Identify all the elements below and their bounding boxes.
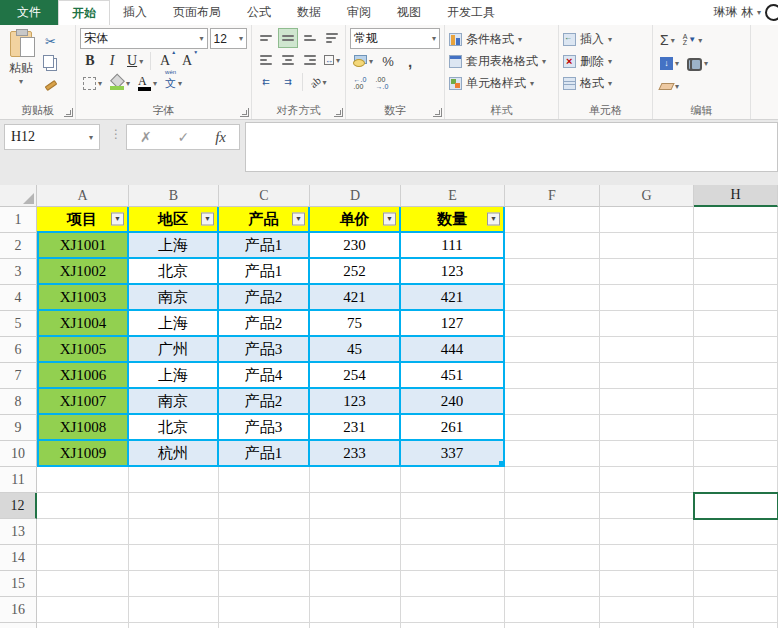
cell-C1[interactable]: 产品▼ (219, 207, 310, 233)
insert-function-icon[interactable]: fx (215, 129, 226, 146)
font-size-select[interactable]: 12 ▾ (210, 28, 247, 49)
row-header-2[interactable]: 2 (0, 233, 37, 259)
align-center-button[interactable] (278, 50, 298, 70)
dialog-launcher-icon[interactable] (433, 108, 442, 117)
column-header-E[interactable]: E (401, 185, 505, 207)
cell-B9[interactable]: 北京 (129, 415, 219, 441)
row-header-11[interactable]: 11 (0, 467, 37, 493)
cell-F1[interactable] (505, 207, 600, 233)
align-right-button[interactable] (300, 50, 320, 70)
cell-E14[interactable] (401, 545, 505, 571)
row-header-7[interactable]: 7 (0, 363, 37, 389)
cell-C16[interactable] (219, 597, 310, 623)
cell-B3[interactable]: 北京 (129, 259, 219, 285)
cell-op-button-3[interactable]: 格式▾ (561, 73, 650, 94)
increase-indent-button[interactable]: ⇉ (278, 72, 298, 92)
filter-dropdown-button[interactable]: ▼ (111, 213, 124, 226)
filter-dropdown-button[interactable]: ▼ (487, 213, 500, 226)
percent-style-button[interactable]: % (378, 51, 398, 71)
cell-D3[interactable]: 252 (310, 259, 401, 285)
cell-H2[interactable] (694, 233, 778, 259)
cell-D5[interactable]: 75 (310, 311, 401, 337)
column-header-H[interactable]: H (694, 185, 778, 207)
cell-C15[interactable] (219, 571, 310, 597)
font-color-button[interactable]: A (135, 73, 160, 93)
cell-B12[interactable] (129, 493, 219, 519)
cell-H6[interactable] (694, 337, 778, 363)
cell-C13[interactable] (219, 519, 310, 545)
borders-button[interactable] (80, 73, 105, 93)
wrap-text-button[interactable] (322, 28, 342, 48)
cell-E1[interactable]: 数量▼ (401, 207, 505, 233)
cell-E17[interactable] (401, 623, 505, 628)
tab-公式[interactable]: 公式 (234, 0, 284, 25)
tab-file[interactable]: 文件 (0, 0, 58, 25)
cell-E16[interactable] (401, 597, 505, 623)
cell-D7[interactable]: 254 (310, 363, 401, 389)
formula-input[interactable] (245, 122, 778, 172)
column-header-G[interactable]: G (600, 185, 694, 207)
cell-D4[interactable]: 421 (310, 285, 401, 311)
cell-A1[interactable]: 项目▼ (37, 207, 129, 233)
cell-H7[interactable] (694, 363, 778, 389)
cell-F7[interactable] (505, 363, 600, 389)
cell-C8[interactable]: 产品2 (219, 389, 310, 415)
cell-D16[interactable] (310, 597, 401, 623)
row-header-14[interactable]: 14 (0, 545, 37, 571)
cell-H10[interactable] (694, 441, 778, 467)
cell-B2[interactable]: 上海 (129, 233, 219, 259)
cell-A5[interactable]: XJ1004 (37, 311, 129, 337)
cell-C12[interactable] (219, 493, 310, 519)
phonetic-button[interactable]: 文 (162, 73, 185, 93)
cell-G3[interactable] (600, 259, 694, 285)
cell-A7[interactable]: XJ1006 (37, 363, 129, 389)
cell-A3[interactable]: XJ1002 (37, 259, 129, 285)
cell-H11[interactable] (694, 467, 778, 493)
cell-G8[interactable] (600, 389, 694, 415)
cell-G4[interactable] (600, 285, 694, 311)
font-name-select[interactable]: 宋体 ▾ (80, 28, 208, 49)
filter-dropdown-button[interactable]: ▼ (292, 213, 305, 226)
cell-G17[interactable] (600, 623, 694, 628)
row-header-17[interactable]: 17 (0, 623, 37, 628)
cell-E15[interactable] (401, 571, 505, 597)
align-left-button[interactable] (256, 50, 276, 70)
cell-G7[interactable] (600, 363, 694, 389)
column-header-D[interactable]: D (310, 185, 401, 207)
cell-B4[interactable]: 南京 (129, 285, 219, 311)
tab-数据[interactable]: 数据 (284, 0, 334, 25)
cell-G2[interactable] (600, 233, 694, 259)
cell-E7[interactable]: 451 (401, 363, 505, 389)
cell-H8[interactable] (694, 389, 778, 415)
dialog-launcher-icon[interactable] (64, 108, 73, 117)
bold-button[interactable]: B (80, 51, 100, 71)
cell-H13[interactable] (694, 519, 778, 545)
align-bottom-button[interactable] (300, 28, 320, 48)
filter-dropdown-button[interactable]: ▼ (383, 213, 396, 226)
cell-C3[interactable]: 产品1 (219, 259, 310, 285)
cell-G10[interactable] (600, 441, 694, 467)
cell-D10[interactable]: 233 (310, 441, 401, 467)
cell-G5[interactable] (600, 311, 694, 337)
increase-decimal-button[interactable]: ←.0.00 (350, 73, 370, 93)
cell-D13[interactable] (310, 519, 401, 545)
cell-A2[interactable]: XJ1001 (37, 233, 129, 259)
row-header-15[interactable]: 15 (0, 571, 37, 597)
clear-button[interactable] (657, 76, 682, 96)
orientation-button[interactable]: ab (307, 72, 329, 92)
cell-C4[interactable]: 产品2 (219, 285, 310, 311)
cell-F4[interactable] (505, 285, 600, 311)
cell-A14[interactable] (37, 545, 129, 571)
style-button-3[interactable]: 单元格样式▾ (447, 73, 556, 94)
sort-filter-button[interactable]: AZ▼ (680, 30, 706, 50)
tab-插入[interactable]: 插入 (110, 0, 160, 25)
column-header-A[interactable]: A (37, 185, 129, 207)
cut-button[interactable]: ✂ (40, 31, 61, 51)
find-select-button[interactable] (684, 53, 711, 73)
cell-F10[interactable] (505, 441, 600, 467)
dialog-launcher-icon[interactable] (240, 108, 249, 117)
row-header-5[interactable]: 5 (0, 311, 37, 337)
cell-op-button-1[interactable]: 插入▾ (561, 29, 650, 50)
cell-G6[interactable] (600, 337, 694, 363)
row-header-16[interactable]: 16 (0, 597, 37, 623)
